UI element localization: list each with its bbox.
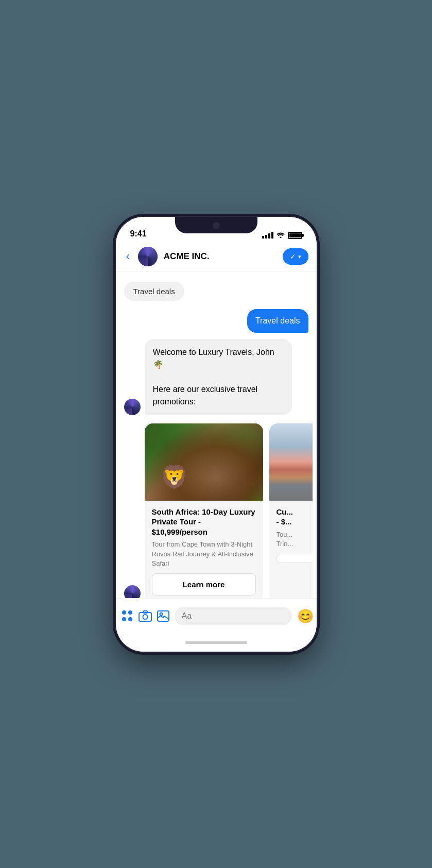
svg-point-4: [160, 613, 162, 616]
card-btn-wrapper-africa: Learn more: [145, 573, 263, 598]
photo-button[interactable]: [157, 610, 169, 622]
bot-avatar: [124, 399, 141, 415]
screen: 9:41: [116, 217, 317, 652]
wifi-icon: [277, 231, 285, 240]
svg-rect-0: [139, 612, 151, 621]
outgoing-travel-deals-bubble: Travel deals: [247, 309, 308, 333]
card-title-africa: South Africa: 10-Day Luxury Private Tour…: [152, 507, 256, 537]
emoji-button[interactable]: 😊: [297, 608, 314, 624]
home-bar: [185, 641, 247, 644]
contact-name: ACME INC.: [164, 251, 277, 262]
svg-point-1: [143, 615, 147, 619]
card-btn-wrapper-cuba: [269, 554, 313, 569]
card-desc-cuba: Tou...Trin...: [277, 530, 313, 549]
avatar: [138, 247, 158, 266]
home-indicator: [116, 634, 317, 652]
carousel-row: South Africa: 10-Day Luxury Private Tour…: [116, 421, 317, 598]
bot-bubble: Welcome to Luxury Travels, John 🌴 Here a…: [145, 339, 292, 415]
emoji-icon: 😊: [297, 608, 314, 624]
check-icon: ✓: [290, 252, 296, 261]
learn-more-button-cuba[interactable]: [277, 554, 313, 563]
message-input[interactable]: [175, 607, 292, 625]
battery-icon: [288, 232, 302, 239]
outgoing-travel-deals-row: Travel deals: [116, 307, 317, 335]
dots-grid-icon: [122, 610, 133, 622]
input-bar: 😊 👍: [116, 598, 317, 634]
card-title-cuba: Cu...- $...: [277, 507, 313, 527]
back-button[interactable]: ‹: [124, 248, 132, 265]
chat-header: ‹ ACME INC. ✓ ▾: [116, 243, 317, 271]
card-cuba: Cu...- $... Tou...Trin...: [269, 423, 313, 598]
status-time: 9:41: [130, 229, 147, 240]
card-image-city: [269, 423, 313, 501]
signal-icon: [262, 232, 273, 239]
bot-message-line1: Welcome to Luxury Travels, John 🌴: [153, 348, 274, 369]
carousel-container[interactable]: South Africa: 10-Day Luxury Private Tour…: [145, 423, 313, 598]
bot-message-row: Welcome to Luxury Travels, John 🌴 Here a…: [116, 337, 317, 417]
verify-button[interactable]: ✓ ▾: [283, 248, 308, 265]
suggestion-bubble[interactable]: Travel deals: [124, 282, 184, 301]
notch-camera: [213, 222, 220, 229]
card-desc-africa: Tour from Cape Town with 3-Night Rovos R…: [152, 540, 256, 568]
phone-frame: 9:41: [116, 217, 317, 652]
status-icons: [262, 231, 302, 240]
more-options-button[interactable]: [122, 610, 133, 622]
card-body-africa: South Africa: 10-Day Luxury Private Tour…: [145, 501, 263, 568]
lion-icon: [160, 459, 196, 490]
camera-button[interactable]: [139, 610, 152, 622]
carousel-bot-avatar: [124, 585, 141, 598]
chat-area: Travel deals Travel deals Welcome to Lux…: [116, 271, 317, 598]
card-south-africa: South Africa: 10-Day Luxury Private Tour…: [145, 423, 263, 598]
status-bar: 9:41: [116, 217, 317, 243]
card-body-cuba: Cu...- $... Tou...Trin...: [269, 501, 313, 549]
learn-more-button-africa[interactable]: Learn more: [152, 573, 256, 595]
bot-message-line2: Here are our exclusive travel promotions…: [153, 385, 258, 406]
suggestion-row: Travel deals: [116, 280, 317, 303]
chevron-down-icon: ▾: [298, 253, 301, 260]
card-image-africa: [145, 423, 263, 501]
